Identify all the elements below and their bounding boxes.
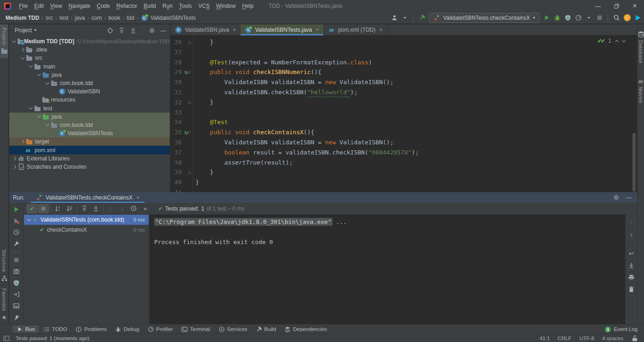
locate-icon[interactable]: [106, 27, 114, 34]
tool-window-button-terminal[interactable]: Terminal: [178, 325, 213, 333]
breadcrumb-src[interactable]: src: [46, 15, 53, 21]
stripe-button-maven[interactable]: mMaven: [638, 74, 644, 107]
stripe-button-database[interactable]: Database: [638, 27, 644, 67]
tool-window-button-problems[interactable]: Problems: [72, 325, 110, 333]
status-utf-8[interactable]: UTF-8: [579, 336, 594, 341]
show-passed-button[interactable]: ✔: [27, 204, 37, 213]
chevron-down-icon[interactable]: [34, 29, 37, 31]
project-tree-item-java[interactable]: java: [9, 71, 170, 79]
tree-chevron-icon[interactable]: [37, 114, 41, 118]
project-tree-item-com-book-tdd[interactable]: com.book.tdd: [9, 79, 170, 87]
menu-edit[interactable]: Edit: [31, 3, 47, 9]
fold-marker-icon[interactable]: ⌂: [187, 67, 192, 77]
project-tree-item-medium-tdd-tdd[interactable]: Medium TDD [TDD]C:\Users\Nipuna\Desktop\…: [9, 37, 170, 46]
history-button[interactable]: [128, 204, 139, 213]
caret-icon[interactable]: [585, 14, 592, 22]
project-tree-item-main[interactable]: main: [9, 63, 170, 71]
editor-tab-pom-xml-tdd[interactable]: mpom.xml (TDD)×: [324, 24, 387, 35]
print-icon[interactable]: [628, 274, 635, 281]
run-configuration-combo[interactable]: ValidateISBNTests.checkContainsX: [429, 13, 540, 23]
status-4-spaces[interactable]: 4 spaces: [602, 336, 623, 341]
expand-all-button[interactable]: [79, 204, 90, 213]
scroll-end-icon[interactable]: [628, 262, 635, 269]
breadcrumb-test[interactable]: test: [59, 15, 68, 21]
project-tree-item-java[interactable]: java: [9, 113, 170, 121]
pin-icon[interactable]: [12, 314, 20, 321]
hide-icon[interactable]: —: [160, 27, 167, 34]
menu-build[interactable]: Build: [140, 3, 159, 9]
status-message[interactable]: Tests passed: 1 (moments ago): [16, 336, 89, 341]
prev-problem-icon[interactable]: [615, 40, 619, 43]
code-editor[interactable]: 26⌂ }2728 @Test(expected = NumberFormatE…: [171, 35, 637, 192]
event-log-button[interactable]: 1 Event Log: [605, 326, 638, 332]
coverage-icon[interactable]: [12, 279, 20, 286]
editor-scrollbar[interactable]: [632, 133, 636, 192]
menu-window[interactable]: Window: [213, 3, 239, 9]
tool-window-button-dependencies[interactable]: Dependencies: [281, 325, 331, 333]
run-configuration-tab[interactable]: ValidateISBNTests.checkContainsX ×: [31, 192, 144, 203]
editor-tab-validateisbntests-java[interactable]: CValidateISBNTests.java×: [241, 24, 323, 35]
project-tree-item-resources[interactable]: resources: [9, 96, 170, 104]
more-button[interactable]: »: [140, 204, 150, 213]
toolbox-icon[interactable]: [634, 14, 641, 22]
stripe-button-favorites[interactable]: Favorites★: [0, 285, 8, 324]
next-problem-icon[interactable]: [622, 38, 626, 42]
breadcrumb-medium-tdd[interactable]: Medium TDD: [6, 15, 39, 21]
rerun-icon[interactable]: [12, 205, 20, 213]
camera-icon[interactable]: [12, 268, 20, 275]
fold-marker-icon[interactable]: ⌂: [187, 167, 192, 177]
status-41-1[interactable]: 41:1: [540, 336, 550, 341]
close-tab-icon[interactable]: ×: [233, 26, 236, 33]
layout-icon[interactable]: [12, 302, 20, 309]
project-tree-item-test[interactable]: test: [9, 104, 170, 113]
close-tab-icon[interactable]: ×: [136, 194, 140, 201]
project-tree-item-validateisbn[interactable]: CValidateISBN: [9, 87, 170, 96]
tool-window-button-build[interactable]: Build: [252, 325, 280, 333]
collapse-all-icon[interactable]: [129, 27, 137, 34]
user-icon[interactable]: [391, 14, 398, 22]
hide-icon[interactable]: —: [625, 194, 632, 201]
run-console[interactable]: "C:\Program Files\Java\jdk1.8.0_301\bin\…: [150, 215, 625, 324]
breadcrumb-tdd[interactable]: tdd: [126, 15, 134, 21]
update-icon[interactable]: ↑: [623, 14, 631, 22]
menu-refactor[interactable]: Refactor: [113, 3, 140, 9]
run-icon[interactable]: [543, 14, 550, 22]
project-tree-item-target[interactable]: target: [9, 137, 170, 146]
collapse-all-button[interactable]: [91, 204, 101, 213]
close-button[interactable]: ×: [626, 0, 644, 12]
arrow-down-button[interactable]: ↓: [117, 204, 127, 213]
stop-sq-icon[interactable]: [12, 256, 20, 263]
project-tree-item-com-book-tdd[interactable]: com.book.tdd: [9, 121, 170, 129]
softwrap-icon[interactable]: ↩: [628, 250, 635, 257]
sort-alpha-button[interactable]: az: [53, 204, 63, 213]
caret-icon[interactable]: [401, 14, 408, 22]
trash-icon[interactable]: [628, 285, 635, 293]
tree-chevron-icon[interactable]: [29, 64, 33, 68]
settings-icon[interactable]: [612, 194, 620, 201]
test-tree-item-checkcontainsx[interactable]: ✔checkContainsX0 ms: [24, 225, 149, 235]
show-ignored-button[interactable]: ⊘: [38, 204, 49, 213]
tree-chevron-icon[interactable]: [21, 140, 24, 143]
tree-chevron-icon[interactable]: [46, 80, 49, 84]
inspection-widget[interactable]: ✔✔ 1: [598, 38, 625, 44]
debug-icon[interactable]: [553, 14, 561, 22]
restore-button[interactable]: [607, 0, 626, 12]
rerun-failed-icon[interactable]: [12, 217, 20, 224]
tree-chevron-icon[interactable]: [29, 106, 33, 109]
tool-window-button-debug[interactable]: Debug: [111, 325, 143, 333]
wrench-icon[interactable]: [12, 240, 20, 247]
project-tree-item-scratches-and-consoles[interactable]: Scratches and Consoles: [9, 163, 170, 171]
search-icon[interactable]: [613, 14, 620, 22]
tree-chevron-icon[interactable]: [12, 165, 16, 169]
project-tree-item-src[interactable]: src: [9, 54, 170, 62]
test-tree-item-validateisbntests-com-book-tdd[interactable]: ✔ValidateISBNTests (com.book.tdd)0 ms: [24, 215, 149, 225]
tree-chevron-icon[interactable]: [12, 156, 16, 160]
menu-code[interactable]: Code: [93, 3, 113, 9]
status-crlf[interactable]: CRLF: [558, 336, 571, 341]
tool-window-switcher-icon[interactable]: [3, 335, 10, 342]
settings-icon[interactable]: [148, 27, 155, 34]
stripe-button-project[interactable]: Project: [0, 24, 8, 58]
menu-view[interactable]: View: [47, 3, 65, 9]
menu-file[interactable]: File: [16, 3, 31, 9]
tree-chevron-icon[interactable]: [21, 56, 24, 59]
